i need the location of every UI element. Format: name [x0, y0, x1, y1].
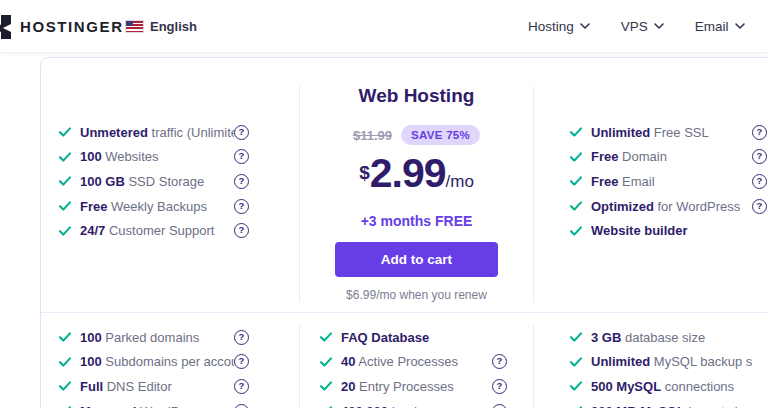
feature-row: Managed WordPress ? — [59, 399, 249, 408]
language-selector[interactable]: English — [126, 0, 197, 52]
feature-row: 100 Parked domains ? — [59, 325, 249, 350]
help-icon[interactable]: ? — [234, 330, 249, 345]
feature-bold: Optimized — [591, 199, 654, 214]
discount-row: $11.99 SAVE 75% — [300, 124, 533, 146]
feature-rest: traffic (Unlimited GB) — [148, 125, 234, 140]
brand-name: HOSTINGER — [20, 18, 124, 35]
feature-row: 200 MB MySQL import size ? — [570, 399, 767, 408]
help-icon[interactable]: ? — [492, 404, 507, 408]
feature-bold: 200 MB MySQL — [591, 404, 685, 408]
feature-bold: Free — [591, 149, 618, 164]
check-icon — [570, 226, 582, 236]
help-icon[interactable]: ? — [234, 404, 249, 408]
check-icon — [59, 332, 71, 342]
feature-row: Free Domain ? — [570, 145, 767, 170]
feature-label: 400 000 Inodes — [341, 404, 492, 408]
feature-row: Unlimited MySQL backup size ? — [570, 350, 767, 375]
feature-row: Free Email ? — [570, 169, 767, 194]
check-icon — [59, 152, 71, 162]
help-icon[interactable]: ? — [492, 354, 507, 369]
us-flag-icon — [126, 21, 143, 32]
feature-bold: Full — [80, 379, 103, 394]
feature-label: 200 MB MySQL import size — [591, 404, 752, 408]
check-icon — [570, 127, 582, 137]
feature-bold: Unmetered — [80, 125, 148, 140]
feature-row: 24/7 Customer Support ? — [59, 218, 249, 243]
feature-bold: 400 000 — [341, 404, 388, 408]
nav-label: VPS — [621, 19, 648, 34]
check-icon — [59, 381, 71, 391]
feature-rest: for WordPress — [654, 199, 740, 214]
features-top-left: Unmetered traffic (Unlimited GB) ? 100 W… — [41, 86, 299, 302]
features-bottom-col1: 100 Parked domains ? 100 Subdomains per … — [41, 325, 299, 408]
help-icon[interactable]: ? — [234, 223, 249, 238]
nav-item-email[interactable]: Email — [695, 19, 745, 34]
feature-bold: Website builder — [591, 223, 688, 238]
feature-label: 500 MySQL connections — [591, 379, 752, 394]
feature-rest: DNS Editor — [103, 379, 172, 394]
main-nav: Hosting VPS Email Domain — [528, 0, 768, 52]
top-navbar: HOSTINGER English Hosting VPS Email Doma… — [0, 0, 768, 53]
brand[interactable]: HOSTINGER — [0, 0, 124, 52]
feature-rest: Customer Support — [105, 223, 214, 238]
feature-rest: Websites — [102, 149, 159, 164]
feature-row: 20 Entry Processes ? — [320, 374, 507, 399]
features-bottom-col2: FAQ Database ? 40 Active Processes ? 20 … — [299, 325, 534, 408]
check-icon — [59, 357, 71, 367]
help-icon[interactable]: ? — [234, 379, 249, 394]
check-icon — [570, 381, 582, 391]
feature-rest: Subdomains per account — [102, 354, 234, 369]
help-icon[interactable]: ? — [234, 174, 249, 189]
help-icon[interactable]: ? — [752, 174, 767, 189]
check-icon — [570, 332, 582, 342]
feature-rest: import size — [685, 404, 751, 408]
feature-label: 100 Websites — [80, 149, 234, 164]
feature-label: Unmetered traffic (Unlimited GB) — [80, 125, 234, 140]
check-icon — [570, 176, 582, 186]
help-icon[interactable]: ? — [752, 199, 767, 214]
feature-rest: Parked domains — [102, 330, 200, 345]
help-icon[interactable]: ? — [234, 199, 249, 214]
plan-pricing-column: Web Hosting $11.99 SAVE 75% $2.99/mo +3 … — [299, 86, 534, 302]
feature-bold: 100 GB — [80, 174, 125, 189]
price-amount: 2.99 — [370, 150, 446, 196]
feature-rest: Weekly Backups — [107, 199, 206, 214]
feature-rest: WordPress — [136, 404, 204, 408]
nav-item-hosting[interactable]: Hosting — [528, 19, 590, 34]
help-icon[interactable]: ? — [492, 379, 507, 394]
add-to-cart-button[interactable]: Add to cart — [335, 242, 498, 277]
check-icon — [570, 357, 582, 367]
current-price: $2.99/mo — [300, 151, 533, 204]
check-icon — [570, 152, 582, 162]
help-icon[interactable]: ? — [234, 149, 249, 164]
nav-item-vps[interactable]: VPS — [621, 19, 664, 34]
help-icon[interactable]: ? — [234, 354, 249, 369]
feature-row: Optimized for WordPress ? — [570, 194, 767, 219]
feature-label: 100 Parked domains — [80, 330, 234, 345]
feature-bold: FAQ Database — [341, 330, 429, 345]
renewal-price-note: $6.99/mo when you renew — [300, 288, 533, 302]
language-label: English — [150, 19, 197, 34]
feature-row: 40 Active Processes ? — [320, 350, 507, 375]
check-icon — [59, 127, 71, 137]
feature-rest: Inodes — [388, 404, 431, 408]
feature-rest: MySQL backup size — [650, 354, 752, 369]
help-icon[interactable]: ? — [752, 149, 767, 164]
feature-bold: Unlimited — [591, 354, 650, 369]
feature-rest: Email — [618, 174, 654, 189]
promo-text: +3 months FREE — [300, 213, 533, 229]
feature-row: Full DNS Editor ? — [59, 374, 249, 399]
chevron-down-icon — [654, 23, 664, 29]
feature-label: 3 GB database size — [591, 330, 752, 345]
feature-rest: SSD Storage — [125, 174, 205, 189]
feature-bold: Managed — [80, 404, 136, 408]
feature-bold: 100 — [80, 330, 102, 345]
feature-row: 100 GB SSD Storage ? — [59, 169, 249, 194]
help-icon[interactable]: ? — [234, 125, 249, 140]
feature-row: 3 GB database size ? — [570, 325, 767, 350]
feature-row: 100 Subdomains per account ? — [59, 350, 249, 375]
feature-bold: Free — [591, 174, 618, 189]
feature-label: Website builder — [591, 223, 752, 238]
check-icon — [59, 201, 71, 211]
help-icon[interactable]: ? — [752, 125, 767, 140]
